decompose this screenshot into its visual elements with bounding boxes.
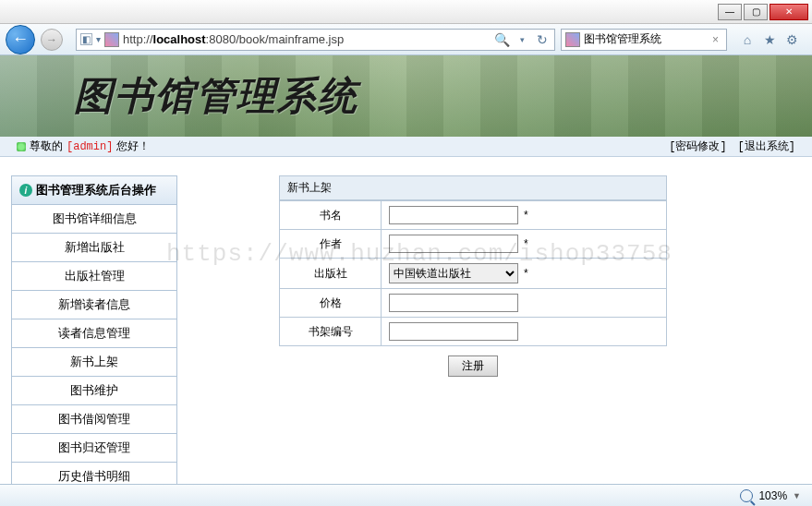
zoom-icon[interactable] [740,489,753,502]
sidebar-item-library-info[interactable]: 图书馆详细信息 [11,205,177,234]
window-minimize-button[interactable]: — [718,4,742,20]
refresh-icon[interactable]: ↻ [534,31,551,48]
search-icon[interactable]: 🔍 [493,31,510,48]
window-close-button[interactable]: ✕ [770,4,808,20]
sidebar-item-add-publisher[interactable]: 新增出版社 [11,234,177,262]
input-author[interactable] [389,235,518,253]
page-banner: 图书馆管理系统 [0,55,812,137]
sidebar-item-add-reader[interactable]: 新增读者信息 [11,291,177,319]
browser-tab[interactable]: 图书馆管理系统 × [561,29,727,51]
change-password-link[interactable]: [密码修改] [669,139,726,154]
submit-button[interactable]: 注册 [448,355,498,377]
label-publisher: 出版社 [280,259,382,289]
sidebar: i 图书管理系统后台操作 图书馆详细信息 新增出版社 出版社管理 新增读者信息 … [11,175,177,471]
sidebar-item-return-mgmt[interactable]: 图书归还管理 [11,434,177,463]
greeting-bar: 尊敬的 [admin] 您好！ [密码修改] [退出系统] [0,137,812,157]
main-content: i 图书管理系统后台操作 图书馆详细信息 新增出版社 出版社管理 新增读者信息 … [0,157,812,489]
banner-title: 图书馆管理系统 [0,70,358,122]
input-book-name[interactable] [389,206,518,224]
dropdown-icon[interactable]: ▾ [96,34,101,44]
zoom-dropdown-icon[interactable]: ▼ [793,491,801,500]
tab-close-button[interactable]: × [709,33,722,46]
status-bar: 103% ▼ [0,484,812,506]
label-book-name: 书名 [280,201,382,230]
sidebar-header-label: 图书管理系统后台操作 [36,182,156,199]
tools-gear-icon[interactable]: ⚙ [784,32,799,47]
favicon-icon [104,32,119,47]
greeting-username: [admin] [67,140,113,153]
tab-title: 图书馆管理系统 [584,31,661,47]
browser-toolbar: ← → ◧ ▾ http://localhost:8080/book/mainf… [0,24,812,55]
input-shelf[interactable] [389,322,518,341]
zoom-level: 103% [758,489,787,502]
form-table: 书名 * 作者 * 出版社 中国铁道出版社* 价格 书架编号 [279,200,667,346]
greeting-prefix: 尊敬的 [30,139,63,154]
greeting-suffix: 您好！ [116,139,150,154]
input-price[interactable] [389,294,518,312]
form-title: 新书上架 [279,175,667,200]
nav-back-button[interactable]: ← [6,25,35,54]
url-text: http://localhost:8080/book/mainframe.jsp [123,32,490,46]
info-icon: i [19,184,32,197]
window-titlebar: — ▢ ✕ [0,0,812,24]
address-bar[interactable]: ◧ ▾ http://localhost:8080/book/mainframe… [76,29,555,51]
chevron-down-icon[interactable]: ▾ [514,31,530,48]
logout-link[interactable]: [退出系统] [738,139,795,154]
tab-favicon-icon [565,32,580,47]
compat-icon: ◧ [80,33,92,45]
bullet-icon [17,142,26,151]
window-maximize-button[interactable]: ▢ [744,4,768,20]
required-mark: * [524,209,528,222]
label-price: 价格 [280,289,382,318]
sidebar-item-reader-mgmt[interactable]: 读者信息管理 [11,319,177,348]
select-publisher[interactable]: 中国铁道出版社 [389,263,518,283]
required-mark: * [524,237,528,250]
favorites-icon[interactable]: ★ [762,32,777,47]
home-icon[interactable]: ⌂ [740,32,755,47]
arrow-right-icon: → [46,33,57,46]
label-shelf: 书架编号 [280,318,382,346]
sidebar-item-borrow-mgmt[interactable]: 图书借阅管理 [11,405,177,434]
sidebar-item-publisher-mgmt[interactable]: 出版社管理 [11,262,177,291]
sidebar-item-new-book[interactable]: 新书上架 [11,348,177,377]
label-author: 作者 [280,230,382,259]
sidebar-header: i 图书管理系统后台操作 [11,175,177,205]
sidebar-item-book-maintain[interactable]: 图书维护 [11,377,177,405]
required-mark: * [524,267,528,280]
arrow-left-icon: ← [12,30,29,49]
nav-forward-button[interactable]: → [41,29,63,51]
form-panel: 新书上架 书名 * 作者 * 出版社 中国铁道出版社* 价格 书架编号 [279,175,667,471]
